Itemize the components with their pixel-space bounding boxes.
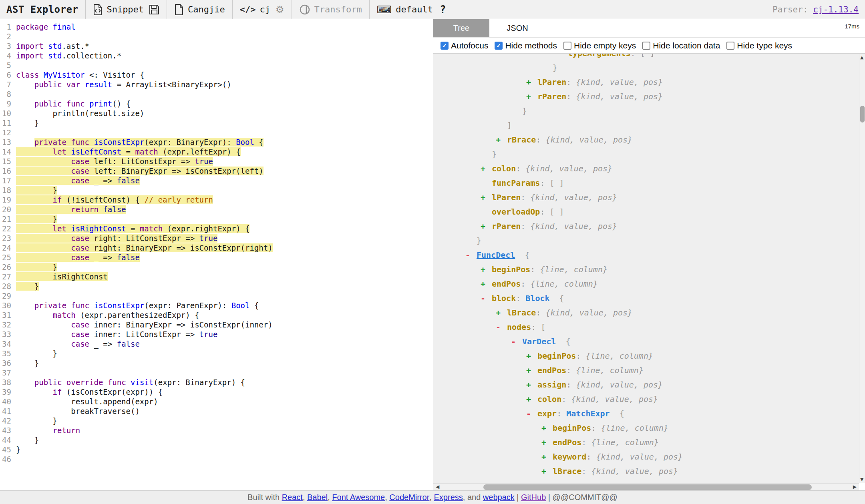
collapse-icon[interactable]: -	[511, 334, 522, 349]
code-line-text: result.append(expr)	[16, 397, 158, 406]
expand-icon[interactable]: +	[541, 421, 553, 435]
vertical-scrollbar[interactable]: ▲ ▼	[859, 54, 865, 483]
tree-row-rbrace[interactable]: +rBrace: {kind, value, pos}	[433, 133, 859, 147]
parser-settings-button[interactable]: ⚙	[276, 5, 284, 14]
expand-icon[interactable]: +	[496, 133, 507, 147]
expand-icon[interactable]: +	[526, 349, 537, 363]
vertical-scroll-thumb[interactable]	[860, 106, 865, 122]
expand-icon[interactable]: +	[526, 89, 537, 104]
tree-row-assign[interactable]: +assign: {kind, value, pos}	[433, 377, 859, 392]
collapse-icon[interactable]: -	[481, 291, 492, 305]
horizontal-scroll-thumb[interactable]	[483, 484, 812, 490]
expand-icon[interactable]: +	[541, 435, 553, 450]
horizontal-scrollbar[interactable]: ◀ ▶	[433, 483, 859, 490]
transform-toggle[interactable]: Transform	[299, 4, 362, 15]
tree-row-beginpos[interactable]: +beginPos: {line, column}	[433, 349, 859, 363]
code-editor[interactable]: 1package final2 3import std.ast.*4import…	[0, 19, 433, 490]
expand-icon[interactable]: +	[481, 277, 492, 291]
tree-row-lbrace[interactable]: +lBrace: {kind, value, pos}	[433, 464, 859, 478]
tree-row-funcdecl[interactable]: -FuncDecl {	[433, 248, 859, 262]
expand-icon[interactable]: +	[481, 219, 492, 233]
node-type-link[interactable]: MatchExpr	[566, 409, 610, 418]
expand-icon[interactable]: +	[526, 392, 537, 406]
expand-icon[interactable]: +	[541, 450, 553, 464]
save-button[interactable]	[149, 4, 159, 15]
node-type-link[interactable]: Block	[525, 293, 549, 303]
footer-link-express[interactable]: Express	[434, 493, 463, 502]
code-line: 13 private func isConstExpr(expr: Binary…	[0, 137, 433, 147]
node-type-link[interactable]: FuncDecl	[477, 250, 515, 260]
footer-link-codemirror[interactable]: CodeMirror	[389, 493, 429, 502]
code-line-text: let isRightConst = match (expr.rightExpr…	[16, 224, 249, 233]
footer-link-font-awesome[interactable]: Font Awesome	[332, 493, 385, 502]
tree-row-lparen[interactable]: +lParen: {kind, value, pos}	[433, 190, 859, 205]
tree-row-funcparams: funcParams: [ ]	[433, 176, 859, 190]
footer-link-react[interactable]: React	[282, 493, 303, 502]
expand-icon[interactable]: +	[541, 464, 553, 478]
line-number: 34	[0, 339, 16, 349]
scroll-right-icon[interactable]: ▶	[853, 484, 857, 490]
expand-icon[interactable]: +	[481, 190, 492, 205]
tree-row-endpos[interactable]: +endPos: {line, column}	[433, 277, 859, 291]
option-label: Hide empty keys	[574, 41, 636, 50]
tree-row-vardecl[interactable]: -VarDecl {	[433, 334, 859, 349]
parser-button[interactable]: </> cj	[240, 4, 270, 14]
line-number: 30	[0, 301, 16, 310]
footer-link-webpack[interactable]: webpack	[483, 493, 515, 502]
tab-tree[interactable]: Tree	[433, 19, 489, 37]
footer-link-github[interactable]: GitHub	[521, 493, 546, 502]
footer-link-babel[interactable]: Babel	[307, 493, 328, 502]
help-button[interactable]: ?	[438, 4, 448, 16]
ast-explorer-app: AST Explorer Snippet	[0, 0, 865, 504]
snippet-button[interactable]: Snippet	[93, 4, 144, 16]
option-hide-empty-keys[interactable]: Hide empty keys	[563, 41, 636, 50]
code-line: 38 public override func visit(expr: Bina…	[0, 377, 433, 387]
collapse-icon[interactable]: -	[496, 320, 507, 334]
tree-row-rparen[interactable]: +rParen: {kind, value, pos}	[433, 219, 859, 233]
checkbox-icon[interactable]	[642, 42, 650, 50]
checkbox-icon[interactable]: ✓	[495, 42, 503, 50]
line-number: 46	[0, 454, 16, 464]
scroll-up-icon[interactable]: ▲	[860, 55, 863, 60]
node-type-link[interactable]: VarDecl	[522, 337, 556, 346]
scroll-left-icon[interactable]: ◀	[436, 484, 439, 490]
tree-row-endpos[interactable]: +endPos: {line, column}	[433, 363, 859, 377]
expand-icon[interactable]: +	[481, 262, 492, 277]
checkbox-icon[interactable]	[563, 42, 571, 50]
option-hide-location-data[interactable]: Hide location data	[642, 41, 720, 50]
option-autofocus[interactable]: ✓Autofocus	[441, 41, 488, 50]
option-hide-methods[interactable]: ✓Hide methods	[495, 41, 557, 50]
tree-row-nodes[interactable]: -nodes: [	[433, 320, 859, 334]
expand-icon[interactable]: +	[481, 161, 492, 176]
tree-row-beginpos[interactable]: +beginPos: {line, column}	[433, 421, 859, 435]
tree-row-beginpos[interactable]: +beginPos: {line, column}	[433, 262, 859, 277]
collapse-icon[interactable]: -	[526, 406, 537, 421]
tree-row-keyword[interactable]: +keyword: {kind, value, pos}	[433, 450, 859, 464]
expand-icon[interactable]: +	[496, 305, 507, 320]
expand-icon[interactable]: +	[526, 75, 537, 89]
collapse-icon[interactable]: -	[465, 248, 477, 262]
language-button[interactable]: Cangjie	[174, 4, 225, 16]
tree-row-rparen[interactable]: +rParen: {kind, value, pos}	[433, 89, 859, 104]
parser-version-link[interactable]: cj-1.13.4	[813, 5, 859, 14]
snippet-label: Snippet	[107, 4, 144, 14]
option-hide-type-keys[interactable]: Hide type keys	[726, 41, 792, 50]
tree-row-lbrace[interactable]: +lBrace: {kind, value, pos}	[433, 305, 859, 320]
tree-row-lparen[interactable]: +lParen: {kind, value, pos}	[433, 75, 859, 89]
tree-row-expr[interactable]: -expr: MatchExpr {	[433, 406, 859, 421]
tab-json[interactable]: JSON	[489, 19, 545, 37]
tree-row-colon[interactable]: +colon: {kind, value, pos}	[433, 392, 859, 406]
checkbox-icon[interactable]: ✓	[441, 42, 449, 50]
tree-row-endpos[interactable]: +endPos: {line, column}	[433, 435, 859, 450]
parser-version: Parser: cj-1.13.4	[772, 5, 859, 14]
tree-row-block[interactable]: -block: Block {	[433, 291, 859, 305]
tree-row-colon[interactable]: +colon: {kind, value, pos}	[433, 161, 859, 176]
scroll-down-icon[interactable]: ▼	[860, 477, 863, 482]
line-number: 39	[0, 387, 16, 397]
expand-icon[interactable]: +	[526, 377, 537, 392]
keybinding-button[interactable]: ⌨ default	[377, 4, 433, 15]
line-number: 40	[0, 397, 16, 406]
toolbar: AST Explorer Snippet	[0, 0, 865, 19]
checkbox-icon[interactable]	[726, 42, 734, 50]
expand-icon[interactable]: +	[526, 363, 537, 377]
